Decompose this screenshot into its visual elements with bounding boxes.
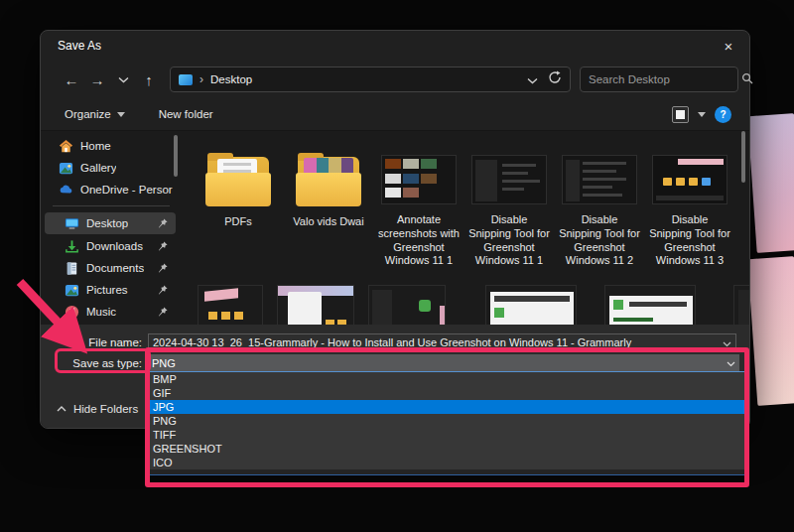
sidebar-item-label: Pictures xyxy=(86,284,128,296)
onedrive-icon xyxy=(59,183,73,198)
save-as-type-chevron-icon[interactable] xyxy=(727,357,735,369)
dialog-toolbar: Organize New folder ? xyxy=(41,98,749,130)
search-input[interactable] xyxy=(589,73,741,85)
folder-icon xyxy=(205,155,271,206)
navigation-pane: Home Gallery OneDrive - Persor xyxy=(41,131,180,327)
dropdown-option-tiff[interactable]: TIFF xyxy=(149,428,745,442)
sidebar-item-documents[interactable]: Documents xyxy=(45,258,176,278)
file-item-disable-snipping-2[interactable]: Disable Snipping Tool for Greenshot Wind… xyxy=(559,155,640,268)
desktop-wallpaper-shape-bottom xyxy=(747,256,794,406)
file-name-input[interactable] xyxy=(153,336,723,348)
sidebar-item-music[interactable]: Music xyxy=(45,302,176,322)
dropdown-footer-strip xyxy=(149,469,745,474)
help-icon[interactable]: ? xyxy=(715,106,731,123)
sidebar-item-downloads[interactable]: Downloads xyxy=(45,236,176,256)
sidebar-item-desktop[interactable]: Desktop xyxy=(45,212,176,234)
file-item-disable-snipping-1[interactable]: Disable Snipping Tool for Greenshot Wind… xyxy=(468,155,550,268)
pin-icon xyxy=(158,241,168,251)
dropdown-option-ico[interactable]: ICO xyxy=(149,456,745,469)
desktop-wallpaper-shape-top xyxy=(747,113,794,253)
file-list: PDFs Valo vids Dwai xyxy=(180,131,749,327)
folder-name: Valo vids Dwai xyxy=(293,215,363,229)
search-icon xyxy=(741,70,753,88)
file-name-chevron-icon[interactable] xyxy=(723,333,731,351)
chevron-up-icon xyxy=(57,406,66,412)
file-item-partial[interactable] xyxy=(604,285,696,327)
pin-icon xyxy=(158,263,168,273)
view-mode-icon[interactable] xyxy=(672,106,689,123)
organize-button[interactable]: Organize xyxy=(65,108,125,120)
sidebar-scrollbar[interactable] xyxy=(174,135,178,177)
pictures-icon xyxy=(65,283,79,298)
close-icon[interactable]: × xyxy=(708,31,749,61)
sidebar-item-label: Desktop xyxy=(86,217,128,229)
forward-icon[interactable]: → xyxy=(84,66,110,92)
file-item-disable-snipping-3[interactable]: Disable Snipping Tool for Greenshot Wind… xyxy=(649,155,730,268)
dropdown-option-greenshot[interactable]: GREENSHOT xyxy=(149,442,745,456)
organize-label: Organize xyxy=(65,108,111,120)
sidebar-divider xyxy=(53,205,170,206)
folder-item-pdfs[interactable]: PDFs xyxy=(198,155,279,268)
file-thumbnail xyxy=(562,155,637,204)
sidebar-item-label: Music xyxy=(86,306,116,318)
file-item-partial[interactable] xyxy=(198,285,263,327)
back-icon[interactable]: ← xyxy=(59,66,84,92)
folder-icon xyxy=(296,155,361,206)
dropdown-option-png[interactable]: PNG xyxy=(149,414,745,428)
pin-icon xyxy=(158,285,168,295)
sidebar-item-home[interactable]: Home xyxy=(45,136,176,156)
save-as-type-label: Save as type: xyxy=(41,357,148,369)
new-folder-label: New folder xyxy=(159,108,213,120)
sidebar-item-gallery[interactable]: Gallery xyxy=(45,158,176,178)
dropdown-option-jpg[interactable]: JPG xyxy=(149,400,745,414)
breadcrumb[interactable]: Desktop xyxy=(210,73,252,85)
pin-icon xyxy=(158,307,168,317)
desktop-icon xyxy=(65,216,79,231)
file-name: Disable Snipping Tool for Greenshot Wind… xyxy=(649,213,730,268)
folder-item-valo-vids[interactable]: Valo vids Dwai xyxy=(288,155,369,268)
desktop-location-icon xyxy=(179,74,193,85)
file-item-partial[interactable] xyxy=(733,285,749,327)
file-name: Disable Snipping Tool for Greenshot Wind… xyxy=(468,213,550,268)
search-box[interactable] xyxy=(580,66,738,92)
hide-folders-button[interactable]: Hide Folders xyxy=(57,403,138,415)
browser-content: Home Gallery OneDrive - Persor xyxy=(41,130,749,327)
file-list-scrollbar[interactable] xyxy=(741,131,745,183)
documents-icon xyxy=(65,261,79,276)
refresh-icon[interactable] xyxy=(548,70,562,88)
new-folder-button[interactable]: New folder xyxy=(159,108,213,120)
file-thumbnail xyxy=(381,155,457,204)
file-thumbnail xyxy=(652,155,728,204)
file-name: Annotate screenshots with Greenshot Wind… xyxy=(378,213,460,268)
home-icon xyxy=(59,139,73,154)
navigation-bar: ← → ↑ › Desktop xyxy=(41,61,749,98)
file-item-partial[interactable] xyxy=(485,285,577,327)
dropdown-option-gif[interactable]: GIF xyxy=(149,386,745,400)
file-thumbnail xyxy=(471,155,547,204)
sidebar-item-onedrive[interactable]: OneDrive - Persor xyxy=(45,180,176,200)
up-icon[interactable]: ↑ xyxy=(136,66,162,92)
file-row-partial xyxy=(198,285,739,327)
save-as-type-value: PNG xyxy=(152,357,176,369)
dropdown-option-bmp[interactable]: BMP xyxy=(149,372,745,386)
file-item-partial[interactable] xyxy=(368,285,446,327)
save-as-type-combobox[interactable]: PNG xyxy=(148,354,739,373)
view-mode-chevron-icon[interactable] xyxy=(698,112,706,117)
pin-icon xyxy=(158,218,168,228)
file-type-dropdown: BMP GIF JPG PNG TIFF GREENSHOT ICO xyxy=(149,371,745,475)
music-icon xyxy=(65,305,79,320)
sidebar-item-label: Gallery xyxy=(80,162,116,174)
address-bar[interactable]: › Desktop xyxy=(170,66,571,92)
address-dropdown-chevron-icon[interactable] xyxy=(527,70,538,88)
file-item-annotate-screenshots[interactable]: Annotate screenshots with Greenshot Wind… xyxy=(378,155,460,268)
file-name-label: File name: xyxy=(41,336,148,348)
sidebar-item-label: OneDrive - Persor xyxy=(80,184,173,196)
gallery-icon xyxy=(59,161,73,176)
dialog-title: Save As xyxy=(41,39,101,53)
recent-locations-chevron-icon[interactable] xyxy=(110,66,136,92)
file-item-partial[interactable] xyxy=(277,285,354,327)
sidebar-item-pictures[interactable]: Pictures xyxy=(45,280,176,300)
downloads-icon xyxy=(65,239,79,254)
sidebar-item-label: Home xyxy=(80,140,111,152)
file-name-combobox[interactable] xyxy=(148,333,736,352)
